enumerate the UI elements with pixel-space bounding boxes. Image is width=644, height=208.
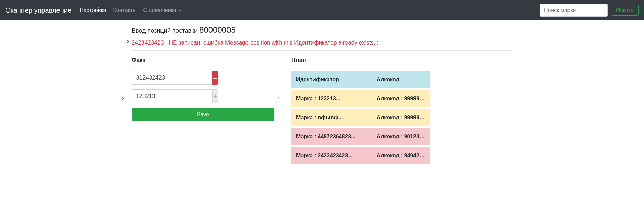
separator [132,50,512,51]
nav-link-settings[interactable]: Настройки [80,7,106,13]
error-message: 2423423423 - НЕ записан, ошибка Message … [132,39,512,46]
plan-head-alk: Алкокод [372,71,430,89]
plan-row: Марка : 2423423423... Алкокод : 94042342… [291,146,430,164]
fact-column: Факт – + Save [132,57,274,164]
plan-header-row: Идентификатор Алкокод [291,71,430,89]
plan-column: План Идентификатор Алкокод Марка : 12321… [291,57,430,164]
nav-link-contacts[interactable]: Контакты [113,7,136,13]
plan-row: Марка : 123213... Алкокод : 9999999999 [291,89,430,108]
plan-row: Марка : 44872364823... Алкокод : 9012334… [291,127,430,146]
plan-cell-alk: Алкокод : 9999999999 [372,108,430,127]
columns: Факт – + Save План Идентификатор Алкокод [132,57,512,164]
search-button[interactable]: Искать [611,5,639,16]
plan-cell-alk: Алкокод : 90123343214 [372,127,430,146]
nav-link-refs[interactable]: Справочники [143,7,182,13]
search-input[interactable] [540,4,608,17]
plan-heading: План [291,57,430,64]
navbar: Сканнер управление Настройки Контакты Сп… [0,0,644,20]
fact-row: + [132,89,218,103]
plan-table: Идентификатор Алкокод Марка : 123213... … [291,71,430,164]
page-title: Ввод позиций поставки 80000005 [132,25,512,35]
navbar-brand[interactable]: Сканнер управление [5,6,71,14]
annotation-1: 1 [278,96,280,101]
plan-cell-alk: Алкокод : 9404234234 [372,146,430,164]
fact-input[interactable] [132,71,212,85]
plan-cell-marka: Марка : 123213... [291,89,372,108]
remove-button[interactable]: – [212,71,218,85]
fact-input[interactable] [132,89,212,103]
plan-head-id: Идентификатор [291,71,372,89]
save-button[interactable]: Save [132,108,274,121]
fact-heading: Факт [132,57,274,64]
page-title-number: 80000005 [199,25,236,34]
page-title-prefix: Ввод позиций поставки [132,27,199,34]
annotation-2: 2 [122,96,124,101]
main-container: 3 2 1 Ввод позиций поставки 80000005 242… [132,20,512,178]
plan-cell-alk: Алкокод : 9999999999 [372,89,430,108]
fact-row: – [132,71,218,85]
plan-cell-marka: Марка : 44872364823... [291,127,372,146]
nav-right: Искать [540,4,639,17]
annotation-3: 3 [127,39,129,44]
add-button[interactable]: + [212,89,218,103]
plan-cell-marka: Марка : вфывф... [291,108,372,127]
plan-cell-marka: Марка : 2423423423... [291,146,372,164]
plan-row: Марка : вфывф... Алкокод : 9999999999 [291,108,430,127]
nav-links: Настройки Контакты Справочники [80,7,540,13]
